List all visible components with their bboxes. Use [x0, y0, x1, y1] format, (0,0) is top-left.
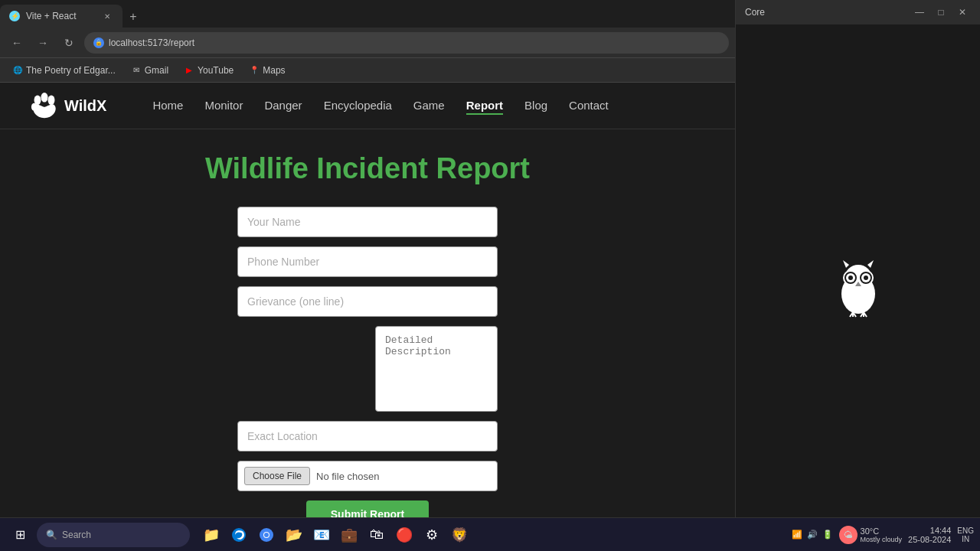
locale-indicator: ENG IN [957, 527, 974, 543]
volume-icon[interactable]: 🔊 [807, 530, 818, 540]
browser-window: ⚡ Vite + React ✕ + ← → ↻ 🔒 localhost:517… [0, 0, 735, 551]
poetry-label: The Poetry of Edgar... [26, 65, 116, 76]
taskbar-search[interactable]: 🔍 Search [37, 523, 190, 547]
nav-item-blog[interactable]: Blog [524, 99, 547, 112]
maps-label: Maps [263, 65, 285, 76]
taskbar-app-vivaldi[interactable]: 🔴 [392, 523, 416, 547]
right-panel-title: Core [745, 7, 765, 18]
phone-input[interactable] [237, 246, 498, 277]
nav-link-home[interactable]: Home [152, 99, 183, 112]
taskbar-apps: 📁 📂 📧 💼 🛍 🔴 ⚙ 🦁 [193, 523, 789, 547]
active-tab[interactable]: ⚡ Vite + React ✕ [0, 5, 122, 28]
edge-icon [231, 527, 247, 543]
nav-link-game[interactable]: Game [413, 99, 445, 112]
site-logo[interactable]: WildX [31, 92, 106, 119]
taskbar: ⊞ 🔍 Search 📁 📂 📧 💼 🛍 🔴 ⚙ 🦁 📶 [0, 517, 980, 551]
choose-file-button[interactable]: Choose File [244, 467, 310, 485]
close-button[interactable]: ✕ [954, 4, 971, 21]
taskbar-app-store[interactable]: 🛍 [364, 523, 389, 547]
svg-point-1 [41, 93, 48, 103]
bookmarks-bar: 🌐 The Poetry of Edgar... ✉ Gmail ▶ YouTu… [0, 58, 735, 83]
url-bar[interactable]: 🔒 localhost:5173/report [84, 32, 729, 54]
grievance-input[interactable] [237, 286, 498, 317]
titlebar-buttons: — □ ✕ [911, 4, 971, 21]
file-status: No file chosen [316, 471, 379, 482]
nav-links-list: Home Monitor Danger Encyclopedia Game Re… [152, 99, 608, 112]
right-panel-body [736, 24, 980, 551]
svg-point-10 [848, 276, 853, 280]
location-input[interactable] [237, 421, 498, 452]
nav-link-encyclopedia[interactable]: Encyclopedia [324, 99, 392, 112]
system-tray: 📶 🔊 🔋 🌤 30°C Mostly cloudy 14:44 25-08-2… [792, 526, 974, 544]
back-button[interactable]: ← [6, 32, 28, 54]
url-text: localhost:5173/report [109, 37, 194, 48]
taskbar-app-files[interactable]: 📁 [199, 523, 224, 547]
battery-icon[interactable]: 🔋 [822, 530, 833, 540]
new-tab-button[interactable]: + [122, 6, 144, 28]
bookmark-gmail[interactable]: ✉ Gmail [125, 63, 175, 78]
network-icon[interactable]: 📶 [792, 530, 802, 540]
nav-link-danger[interactable]: Danger [264, 99, 302, 112]
minimize-button[interactable]: — [911, 4, 928, 21]
bookmark-maps[interactable]: 📍 Maps [243, 63, 291, 78]
youtube-label: YouTube [198, 65, 234, 76]
site-navbar: WildX Home Monitor Danger Encyclopedia G… [0, 83, 735, 129]
name-input[interactable] [237, 207, 498, 237]
poetry-icon: 🌐 [12, 65, 23, 76]
bookmark-poetry[interactable]: 🌐 The Poetry of Edgar... [6, 63, 122, 78]
main-content: Wildlife Incident Report Choose File [0, 129, 735, 551]
svg-marker-14 [867, 260, 874, 268]
url-favicon: 🔒 [93, 37, 104, 48]
system-clock[interactable]: 14:44 25-08-2024 [908, 526, 951, 544]
tab-title: Vite + React [26, 11, 76, 21]
weather-info: 30°C Mostly cloudy [861, 527, 903, 543]
tab-close-button[interactable]: ✕ [101, 10, 113, 22]
maps-icon: 📍 [249, 65, 260, 76]
file-input-wrapper: Choose File No file chosen [237, 461, 498, 491]
svg-point-0 [34, 96, 41, 106]
nav-link-monitor[interactable]: Monitor [204, 99, 243, 112]
nav-link-blog[interactable]: Blog [524, 99, 547, 112]
paw-icon [31, 92, 58, 119]
sys-tray-icons: 📶 🔊 🔋 [792, 530, 833, 540]
svg-marker-13 [843, 260, 849, 268]
search-icon: 🔍 [46, 530, 57, 540]
gmail-icon: ✉ [131, 65, 142, 76]
nav-item-game[interactable]: Game [413, 99, 445, 112]
nav-item-home[interactable]: Home [152, 99, 183, 112]
svg-point-24 [264, 533, 269, 537]
site-nav: Home Monitor Danger Encyclopedia Game Re… [152, 99, 608, 112]
start-button[interactable]: ⊞ [6, 521, 34, 549]
chrome-icon [259, 527, 274, 543]
youtube-icon: ▶ [184, 65, 194, 76]
right-panel-titlebar: Core — □ ✕ [736, 0, 980, 24]
taskbar-app-teams[interactable]: 💼 [337, 523, 361, 547]
refresh-button[interactable]: ↻ [58, 32, 80, 54]
taskbar-app-explorer[interactable]: 📂 [282, 523, 306, 547]
bookmark-youtube[interactable]: ▶ YouTube [178, 63, 240, 78]
taskbar-app-edge[interactable] [227, 523, 251, 547]
taskbar-app-chrome[interactable] [254, 523, 279, 547]
taskbar-app-mail[interactable]: 📧 [309, 523, 334, 547]
nav-item-contact[interactable]: Contact [569, 99, 609, 112]
nav-item-danger[interactable]: Danger [264, 99, 302, 112]
page-title: Wildlife Incident Report [205, 152, 530, 185]
gmail-label: Gmail [145, 65, 168, 76]
nav-link-contact[interactable]: Contact [569, 99, 609, 112]
logo-text: WildX [64, 97, 106, 115]
weather-icon: 🌤 [839, 526, 858, 544]
forward-button[interactable]: → [32, 32, 54, 54]
nav-item-report[interactable]: Report [466, 99, 503, 112]
website-content: WildX Home Monitor Danger Encyclopedia G… [0, 83, 735, 551]
address-bar: ← → ↻ 🔒 localhost:5173/report [0, 28, 735, 58]
maximize-button[interactable]: □ [933, 4, 949, 21]
nav-link-report[interactable]: Report [466, 99, 503, 115]
taskbar-app-brave[interactable]: 🦁 [447, 523, 472, 547]
nav-item-monitor[interactable]: Monitor [204, 99, 243, 112]
report-form: Choose File No file chosen Submit Report [237, 207, 498, 528]
description-textarea[interactable] [375, 326, 498, 412]
weather-widget: 🌤 30°C Mostly cloudy [839, 526, 903, 544]
right-panel: Core — □ ✕ [735, 0, 980, 551]
taskbar-app-settings[interactable]: ⚙ [420, 523, 444, 547]
nav-item-encyclopedia[interactable]: Encyclopedia [324, 99, 392, 112]
